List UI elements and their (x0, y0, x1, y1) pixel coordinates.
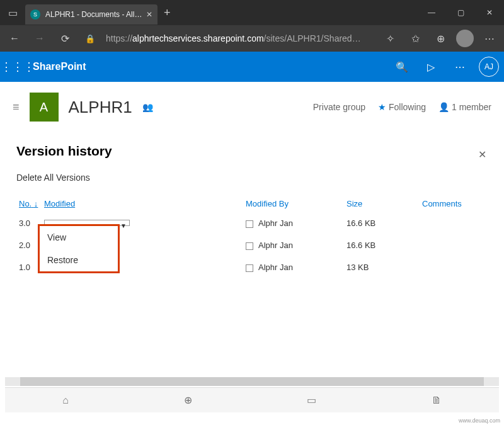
person-icon: 👤 (438, 102, 449, 112)
home-icon[interactable]: ⌂ (62, 395, 69, 406)
col-comments[interactable]: Comments (420, 195, 488, 212)
comments-cell (420, 256, 488, 278)
minimize-button[interactable]: ― (417, 0, 446, 25)
forward-button[interactable]: → (30, 29, 49, 48)
more-icon[interactable]: ⋯ (480, 33, 499, 45)
panel-title: Version history (16, 144, 488, 159)
col-size[interactable]: Size (344, 195, 420, 212)
close-tab-icon[interactable]: ✕ (146, 10, 152, 19)
collections-icon[interactable]: ⊕ (431, 33, 450, 45)
comments-cell (420, 234, 488, 256)
user-link[interactable]: Alphr Jan (258, 241, 293, 250)
maximize-button[interactable]: ▢ (446, 0, 475, 25)
suite-header: ⋮⋮⋮ SharePoint 🔍 ▷ ⋯ AJ (0, 52, 504, 82)
privacy-label: Private group (313, 102, 365, 112)
refresh-button[interactable]: ⟳ (55, 29, 74, 48)
settings-more-icon[interactable]: ⋯ (450, 61, 470, 73)
sharepoint-brand[interactable]: SharePoint (33, 61, 86, 72)
megaphone-icon[interactable]: ▷ (421, 61, 441, 73)
profile-avatar[interactable] (456, 30, 474, 47)
user-link[interactable]: Alphr Jan (258, 263, 293, 272)
sharepoint-favicon: S (30, 9, 40, 20)
menu-restore[interactable]: Restore (40, 249, 118, 271)
size-cell: 16.6 KB (344, 212, 420, 234)
delete-all-link[interactable]: Delete All Versions (16, 173, 488, 183)
footer-toolbar: ⌂ ⊕ ▭ 🗎 (5, 387, 499, 412)
browser-tab[interactable]: S ALPHR1 - Documents - All Docu ✕ (25, 4, 158, 25)
size-cell: 13 KB (344, 256, 420, 278)
nav-toggle-icon[interactable]: ≡ (13, 101, 20, 114)
app-launcher-icon[interactable]: ⋮⋮⋮ (5, 60, 30, 74)
user-avatar[interactable]: AJ (479, 57, 499, 77)
lock-icon[interactable]: 🔒 (81, 29, 100, 48)
card-icon[interactable]: ▭ (307, 394, 316, 406)
site-logo[interactable]: A (30, 93, 59, 122)
version-context-menu: View Restore (38, 224, 120, 273)
following-button[interactable]: ★ Following (378, 102, 426, 112)
chevron-down-icon: ▼ (120, 222, 127, 229)
star-icon: ★ (378, 102, 386, 112)
members-button[interactable]: 👤 1 member (438, 102, 491, 112)
new-tab-button[interactable]: + (164, 6, 171, 20)
read-aloud-icon[interactable]: ✧ (381, 33, 399, 45)
search-icon[interactable]: 🔍 (392, 61, 412, 73)
watermark: www.deuaq.com (459, 417, 500, 424)
site-header: ≡ A ALPHR1 👥 Private group ★ Following 👤… (0, 82, 504, 132)
col-modified-by[interactable]: Modified By (243, 195, 344, 212)
size-cell: 16.6 KB (344, 234, 420, 256)
comments-cell (420, 212, 488, 234)
tab-title: ALPHR1 - Documents - All Docu (45, 10, 142, 19)
document-icon[interactable]: 🗎 (432, 395, 442, 406)
checkbox[interactable] (246, 220, 253, 228)
checkbox[interactable] (246, 264, 253, 272)
teams-icon[interactable]: 👥 (142, 102, 153, 112)
site-name[interactable]: ALPHR1 (69, 98, 132, 117)
browser-titlebar: ▭ S ALPHR1 - Documents - All Docu ✕ + ― … (0, 0, 504, 25)
checkbox[interactable] (246, 242, 253, 250)
globe-icon[interactable]: ⊕ (184, 394, 192, 406)
user-link[interactable]: Alphr Jan (258, 218, 293, 228)
favorites-icon[interactable]: ✩ (406, 33, 425, 45)
close-window-button[interactable]: ✕ (475, 0, 504, 25)
col-no[interactable]: No. ↓ (16, 195, 42, 212)
col-modified[interactable]: Modified (42, 195, 243, 212)
sort-desc-icon: ↓ (34, 199, 38, 208)
horizontal-scrollbar[interactable] (5, 377, 499, 386)
back-button[interactable]: ← (5, 29, 24, 48)
close-panel-icon[interactable]: ✕ (478, 149, 486, 161)
browser-address-bar: ← → ⟳ 🔒 https://alphrtechservices.sharep… (0, 25, 504, 52)
url-text[interactable]: https://alphrtechservices.sharepoint.com… (106, 33, 374, 43)
scroll-thumb[interactable] (20, 377, 484, 386)
menu-view[interactable]: View (40, 226, 118, 249)
tab-actions-icon[interactable]: ▭ (0, 7, 25, 19)
